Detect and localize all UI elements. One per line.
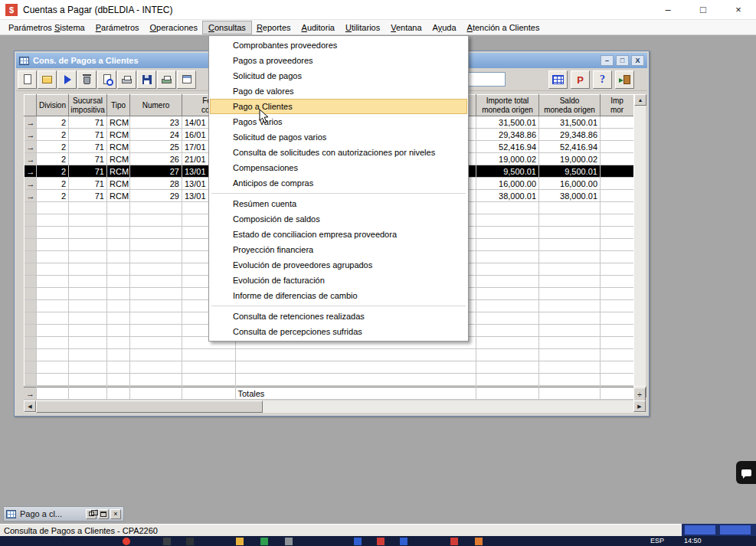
cell-tipo: RCM xyxy=(107,190,130,202)
scroll-right-button[interactable]: ▶ xyxy=(633,401,646,412)
menubar-item-parametros-sistema[interactable]: Parámetros Sistema xyxy=(3,21,90,34)
cell-tipo: RCM xyxy=(107,178,130,190)
maximize-button[interactable]: □ xyxy=(686,0,721,19)
child-restore-button[interactable]: □ xyxy=(616,55,629,66)
taskbar-icon[interactable] xyxy=(285,538,293,545)
column-header-numero[interactable]: Numero xyxy=(130,95,182,116)
taskbar-icon[interactable] xyxy=(450,538,458,545)
menubar-item-consultas[interactable]: Consultas xyxy=(203,21,251,34)
toolbar-button-help[interactable]: ? xyxy=(593,70,612,89)
taskbar-icon[interactable] xyxy=(260,538,268,545)
vertical-scrollbar[interactable]: ▲ ▼ xyxy=(633,94,646,397)
column-header-division[interactable]: Division xyxy=(37,95,69,116)
menu-item-comprobantes-proveedores[interactable]: Comprobantes proveedores xyxy=(210,38,467,53)
menubar-item-operaciones[interactable]: Operaciones xyxy=(145,21,203,34)
menu-item-resumen-cuenta[interactable]: Resúmen cuenta xyxy=(210,196,467,211)
taskbar-icon[interactable] xyxy=(377,538,385,545)
column-header-tipo[interactable]: Tipo xyxy=(107,95,130,116)
cell-tipo: RCM xyxy=(107,153,130,165)
taskbar-icon[interactable] xyxy=(123,538,130,545)
column-header-saldo[interactable]: Saldomoneda origen xyxy=(539,95,601,116)
minimize-button[interactable]: – xyxy=(650,0,686,19)
menu-item-consulta-de-retenciones-realizadas[interactable]: Consulta de retenciones realizadas xyxy=(210,309,467,324)
toolbar-button-process-p[interactable]: P xyxy=(571,70,590,89)
cell-division: 2 xyxy=(37,190,69,202)
taskbar-language[interactable]: ESP xyxy=(650,537,664,544)
column-header-imp[interactable]: Impmor xyxy=(601,95,634,116)
menubar-item-ayuda[interactable]: Ayuda xyxy=(427,21,462,34)
menu-separator xyxy=(210,191,467,196)
toolbar-button-table[interactable] xyxy=(548,70,568,89)
menu-item-anticipos-de-compras[interactable]: Anticipos de compras xyxy=(210,175,467,191)
toolbar-button-save[interactable] xyxy=(137,70,156,89)
cell-saldo: 38,000.01 xyxy=(539,190,601,202)
menubar-item-parametros[interactable]: Parámetros xyxy=(90,21,145,34)
menu-item-solicitud-de-pagos[interactable]: Solicitud de pagos xyxy=(210,68,467,83)
minimized-close-button[interactable]: × xyxy=(110,509,121,519)
menu-item-solicitud-de-pagos-varios[interactable]: Solicitud de pagos varios xyxy=(210,129,467,145)
taskbar-clock[interactable]: 14:50 xyxy=(684,537,702,544)
toolbar-button-open[interactable] xyxy=(38,70,57,89)
menu-item-compensaciones[interactable]: Compensaciones xyxy=(210,160,467,175)
cell-importe_total: 31,500.01 xyxy=(476,116,539,129)
menubar-item-ventana[interactable]: Ventana xyxy=(385,21,427,34)
close-button[interactable]: × xyxy=(721,0,756,19)
toolbar-button-print-setup[interactable] xyxy=(157,70,176,89)
grid-row-empty[interactable] xyxy=(25,361,634,374)
menu-item-pagos-a-proveedores[interactable]: Pagos a proveedores xyxy=(210,53,467,68)
cell-numero: 25 xyxy=(130,141,182,153)
menu-item-evolucion-de-proveedores-agrupados[interactable]: Evolución de proveedores agrupados xyxy=(210,257,467,273)
taskbar-icon[interactable] xyxy=(163,538,171,545)
menubar-item-utilitarios[interactable]: Utilitarios xyxy=(340,21,385,34)
cell-imp xyxy=(601,141,634,153)
menu-item-evolucion-de-facturacion[interactable]: Evolución de facturación xyxy=(210,273,467,288)
menu-item-pago-de-valores[interactable]: Pago de valores xyxy=(210,83,467,99)
delete-icon xyxy=(83,77,90,84)
toolbar-button-exit[interactable] xyxy=(615,70,634,89)
menu-item-consulta-de-percepciones-sufridas[interactable]: Consulta de percepciones sufridas xyxy=(210,324,467,339)
overlay-chat-button[interactable] xyxy=(736,461,756,484)
grid-row-empty[interactable] xyxy=(25,349,634,361)
horizontal-scrollbar[interactable]: ◀ ▶ xyxy=(24,401,646,413)
menubar-item-atencion-a-clientes[interactable]: Atención a Clientes xyxy=(462,21,545,34)
minimized-window[interactable]: Pago a cl... × xyxy=(3,506,124,521)
taskbar-icon[interactable] xyxy=(186,538,194,545)
print-setup-icon xyxy=(162,79,172,83)
column-header-sucursal_impositiva[interactable]: Sucursalimpositiva xyxy=(69,95,107,116)
toolbar-button-new[interactable] xyxy=(18,70,37,89)
taskbar-icon[interactable] xyxy=(475,538,483,545)
grid-row-empty[interactable] xyxy=(25,374,634,386)
menu-item-proyeccion-financiera[interactable]: Proyección financiera xyxy=(210,242,467,257)
toolbar-button-run[interactable] xyxy=(57,70,77,89)
column-header-indicator[interactable] xyxy=(25,95,37,116)
horizontal-scroll-thumb[interactable] xyxy=(36,401,263,413)
taskbar-icon[interactable] xyxy=(400,538,407,545)
menubar-item-auditoria[interactable]: Auditoria xyxy=(296,21,340,34)
cell-sucursal_impositiva: 71 xyxy=(69,116,107,129)
minimized-restore-button[interactable] xyxy=(86,509,97,519)
minimized-maximize-button[interactable] xyxy=(98,509,109,519)
menubar-item-reportes[interactable]: Reportes xyxy=(251,21,296,34)
taskbar-icon[interactable] xyxy=(354,538,362,545)
toolbar-button-delete[interactable] xyxy=(77,70,97,89)
row-indicator: → xyxy=(25,141,37,153)
titlebar: $ Cuentas a Pagar (dbELDIA - INTEC) – □ … xyxy=(0,0,756,20)
toolbar-button-preview[interactable] xyxy=(97,70,116,89)
taskbar-icon[interactable] xyxy=(236,538,244,545)
row-indicator: → xyxy=(25,116,37,129)
column-header-importe_total[interactable]: Importe totalmoneda origen xyxy=(476,95,539,116)
grid-split-button[interactable]: ÷ xyxy=(633,387,646,401)
scroll-up-button[interactable]: ▲ xyxy=(634,94,646,106)
menu-item-pago-a-clientes[interactable]: Pago a Clientes xyxy=(210,99,467,114)
menu-item-consulta-de-solicitudes-con-autorizaciones-por-niveles[interactable]: Consulta de solicitudes con autorizacion… xyxy=(210,145,467,160)
scroll-left-button[interactable]: ◀ xyxy=(24,401,36,412)
menu-item-estado-de-conciliacion-empresa-proveedora[interactable]: Estado de conciliacion empresa proveedor… xyxy=(210,227,467,242)
child-minimize-button[interactable]: – xyxy=(601,55,614,66)
toolbar-button-print[interactable] xyxy=(117,70,136,89)
menu-item-informe-de-diferencias-de-cambio[interactable]: Informe de diferencias de cambio xyxy=(210,288,467,303)
toolbar-button-export[interactable] xyxy=(177,70,196,89)
cell-saldo: 31,500.01 xyxy=(539,116,601,129)
child-close-button[interactable]: X xyxy=(631,55,644,66)
menu-item-composicion-de-saldos[interactable]: Composición de saldos xyxy=(210,211,467,227)
menu-item-pagos-varios[interactable]: Pagos Varios xyxy=(210,114,467,129)
